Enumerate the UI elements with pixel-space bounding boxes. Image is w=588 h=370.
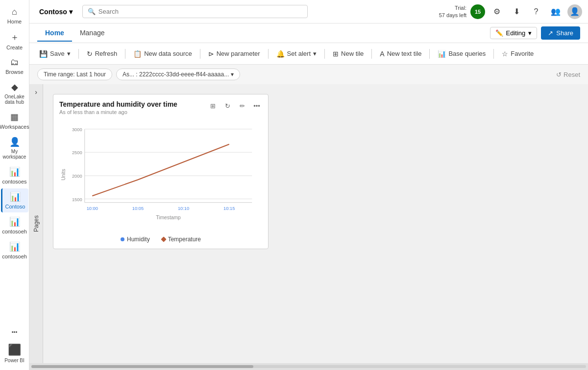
filter-bar: Time range: Last 1 hour As... : 2222cccc… [29,65,588,84]
nav-powerbi: ⬛ Power BI [1,341,28,366]
workspace-selector[interactable]: Contoso ▾ [35,6,76,18]
nav-item-browse[interactable]: 🗂 Browse [1,54,28,78]
svg-text:10:05: 10:05 [132,206,144,211]
save-icon: 💾 [39,50,48,58]
contosoeh-icon: 📊 [9,216,20,227]
temperature-legend: Temperature [162,236,201,243]
chart-toolbar: ⊞ ↻ ✏ ••• [206,99,263,112]
base-queries-button[interactable]: 📊 Base queries [434,47,490,60]
notification-button[interactable]: 15 [470,4,485,19]
tab-home[interactable]: Home [37,25,72,42]
pages-panel[interactable]: › Pages [29,84,43,363]
main-wrapper: Home Manage ✏️ Editing ▾ ↗ Share 💾 Save … [29,23,588,370]
y-axis-label: Units [61,169,66,181]
new-tile-button[interactable]: ⊞ New tile [329,47,368,60]
svg-text:2000: 2000 [72,174,82,179]
share-people-button[interactable]: 👥 [548,4,564,20]
refresh-icon: ↻ [87,50,93,58]
new-datasource-button[interactable]: 📋 New data source [129,47,196,60]
reset-icon: ↺ [556,71,562,78]
chart-edit-button[interactable]: ✏ [236,99,248,112]
separator-1 [78,49,79,59]
temperature-diamond [161,236,166,242]
settings-button[interactable]: ⚙ [489,4,505,20]
trial-badge: Trial: 57 days left [439,4,466,19]
humidity-legend: Humidity [121,236,150,243]
svg-text:Timestamp: Timestamp [156,215,181,220]
queries-icon: 📊 [438,50,446,58]
top-bar-right: Trial: 57 days left 15 ⚙ ⬇ ? 👥 👤 [439,4,582,20]
refresh-button[interactable]: ↻ Refresh [83,47,122,60]
svg-text:3000: 3000 [72,127,82,132]
dashboard-canvas: Temperature and humidity over time As of… [43,84,588,363]
people-icon: 👥 [551,7,561,16]
chart-legend: Humidity Temperature [59,236,262,243]
humidity-dot [121,237,124,241]
separator-2 [125,49,125,59]
horizontal-scrollbar[interactable] [29,363,588,370]
content-area: › Pages Temperature and humidity over ti… [29,84,588,363]
chart-refresh-button[interactable]: ↻ [221,99,234,112]
nav-item-contoso[interactable]: 📊 Contoso [1,188,28,212]
new-text-tile-button[interactable]: A New text tile [376,47,425,60]
nav-item-workspaces[interactable]: ▦ Workspaces [1,109,28,133]
more-icon: ••• [12,329,18,335]
reset-button[interactable]: ↺ Reset [556,71,580,78]
editing-chevron-icon: ▾ [528,29,532,37]
chart-container: Units 3000 2500 2000 1500 10:00 10 [59,119,262,232]
myworkspace-icon: 👤 [9,137,20,147]
nav-bottom: ••• ⬛ Power BI [1,326,28,370]
nav-more[interactable]: ••• [1,326,28,338]
svg-text:10:10: 10:10 [178,206,189,211]
share-icon: ↗ [548,29,553,37]
nav-item-contosoeh[interactable]: 📊 contosoeh [1,213,28,237]
download-button[interactable]: ⬇ [509,4,524,20]
separator-3 [200,49,200,59]
nav-item-contosoes[interactable]: 📊 contosoes [1,163,28,187]
chart-table-button[interactable]: ⊞ [206,99,219,112]
contosoeh2-icon: 📊 [9,241,20,252]
svg-text:2500: 2500 [72,150,82,155]
filter-chevron-icon: ▾ [231,71,234,78]
chart-more-button[interactable]: ••• [250,99,263,112]
star-icon: ☆ [502,50,508,58]
help-button[interactable]: ? [528,4,544,20]
svg-text:10:15: 10:15 [223,206,235,211]
notification-count: 15 [470,4,485,19]
nav-item-onelake[interactable]: ◆ OneLake data hub [1,79,28,108]
favorite-button[interactable]: ☆ Favorite [498,47,538,60]
nav-item-contosoeh2[interactable]: 📊 contosoeh [1,238,28,262]
left-nav: ⌂ Home ＋ Create 🗂 Browse ◆ OneLake data … [0,0,29,370]
separator-8 [493,49,494,59]
avatar-icon: 👤 [570,7,580,16]
scrollbar-thumb[interactable] [31,365,253,368]
scrollbar-track[interactable] [31,365,586,368]
user-avatar[interactable]: 👤 [567,4,582,19]
search-icon: 🔍 [88,8,96,15]
tab-manage[interactable]: Manage [72,25,113,42]
download-icon: ⬇ [514,7,520,16]
chart-svg: Units 3000 2500 2000 1500 10:00 10 [59,119,262,231]
nav-item-home[interactable]: ⌂ Home [1,4,28,27]
time-range-filter[interactable]: Time range: Last 1 hour [37,69,112,80]
save-button[interactable]: 💾 Save ▾ [35,47,74,60]
editing-button[interactable]: ✏️ Editing ▾ [490,27,538,39]
set-alert-button[interactable]: 🔔 Set alert ▾ [272,47,320,60]
search-bar[interactable]: 🔍 [82,5,308,18]
nav-item-create[interactable]: ＋ Create [1,28,28,53]
new-parameter-button[interactable]: ⊳ New parameter [204,47,264,60]
parameter-icon: ⊳ [208,50,214,58]
search-input[interactable] [98,8,302,15]
chart-tile: Temperature and humidity over time As of… [53,94,269,249]
toolbar: 💾 Save ▾ ↻ Refresh 📋 New data source ⊳ N… [29,43,588,65]
workspace-name: Contoso [39,8,67,16]
share-button[interactable]: ↗ Share [541,26,580,40]
gear-icon: ⚙ [493,7,500,16]
home-icon: ⌂ [12,7,17,17]
nav-item-myworkspace[interactable]: 👤 My workspace [1,134,28,162]
workspaces-icon: ▦ [10,112,19,122]
asset-filter[interactable]: As... : 2222cccc-33dd-eeee-ff44-aaaaa...… [116,69,240,80]
contosoes-icon: 📊 [9,166,20,177]
pages-chevron-icon[interactable]: › [35,88,37,96]
pages-label[interactable]: Pages [33,211,40,236]
